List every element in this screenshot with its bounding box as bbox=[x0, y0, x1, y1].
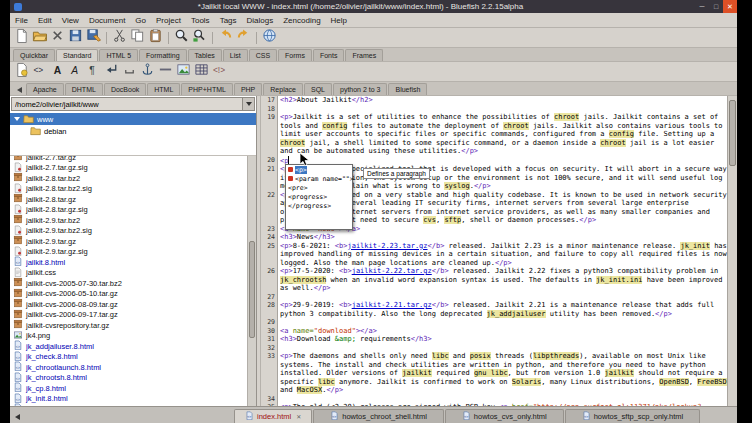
snippets-tab-apache[interactable]: Apache bbox=[26, 83, 64, 95]
redo-button[interactable] bbox=[235, 29, 252, 46]
qb-break-button[interactable] bbox=[103, 63, 120, 80]
file-item[interactable]: <>jk_init.8.html bbox=[10, 394, 247, 405]
html-toolbar-tab-quickbar[interactable]: Quickbar bbox=[13, 49, 55, 61]
file-item[interactable]: <>jk_addjailuser.8.html bbox=[10, 341, 247, 352]
file-item[interactable]: jailkit.css bbox=[10, 268, 247, 279]
code-line[interactable]: 32 bbox=[261, 344, 727, 353]
menu-go[interactable]: Go bbox=[130, 13, 151, 27]
file-item[interactable]: <>jk_check.8.html bbox=[10, 352, 247, 363]
html-toolbar-tab-css[interactable]: CSS bbox=[249, 49, 277, 61]
editor[interactable]: 17<h2>About Jailkit</h2>1819<p>Jailkit i… bbox=[261, 96, 737, 406]
paste-button[interactable] bbox=[147, 29, 164, 46]
scroll-left-icon[interactable] bbox=[14, 87, 22, 93]
snippets-tab-php+html[interactable]: PHP+HTML bbox=[181, 83, 233, 95]
html-toolbar-tab-fonts[interactable]: Fonts bbox=[313, 49, 345, 61]
menu-help[interactable]: Help bbox=[326, 13, 352, 27]
undo-button[interactable] bbox=[217, 29, 234, 46]
snippets-tab-dhtml[interactable]: DHTML bbox=[65, 83, 103, 95]
code-line[interactable]: 28<p>29-9-2019: <b>jailkit-2.21.tar.gz</… bbox=[261, 301, 727, 318]
autocomplete-item[interactable]: <pre> bbox=[286, 183, 352, 192]
menu-file[interactable]: File bbox=[10, 13, 33, 27]
file-item[interactable]: jailkit-2.8.tar.bz2.sig bbox=[10, 184, 247, 195]
file-item[interactable]: jailkit-cvs-2006-08-09.tar.gz bbox=[10, 299, 247, 310]
menu-document[interactable]: Document bbox=[84, 13, 130, 27]
snippets-tab-sql[interactable]: SQL bbox=[304, 83, 332, 95]
editor-scrollbar[interactable] bbox=[727, 96, 737, 406]
minimize-button[interactable]: ─ bbox=[695, 0, 709, 13]
tree-item-debian[interactable]: debian bbox=[10, 125, 256, 137]
find-button[interactable] bbox=[173, 29, 190, 46]
menu-tools[interactable]: Tools bbox=[186, 13, 215, 27]
code-line[interactable]: 31<h3>Download &amp; requirements</h3> bbox=[261, 335, 727, 344]
maximize-button[interactable]: □ bbox=[709, 0, 723, 13]
doc-tab-howtos_cvs_only.html[interactable]: <>howtos_cvs_only.html bbox=[445, 409, 564, 423]
html-toolbar-tab-frames[interactable]: Frames bbox=[345, 49, 383, 61]
snippets-tab-html[interactable]: HTML bbox=[147, 83, 180, 95]
qb-comment-button[interactable]: <!> bbox=[211, 63, 228, 80]
qb-paragraph-button[interactable]: ¶ bbox=[85, 63, 102, 80]
file-item[interactable]: jailkit-cvs-2005-07-30.tar.bz2 bbox=[10, 278, 247, 289]
copy-button[interactable] bbox=[129, 29, 146, 46]
file-item[interactable]: jailkit-cvsrepository.tar.gz bbox=[10, 320, 247, 331]
code-line[interactable]: 24<h3>News</h3> bbox=[261, 233, 727, 242]
qb-table-button[interactable] bbox=[193, 63, 210, 80]
file-item[interactable]: jailkit-2.7.tar.gz.sig bbox=[10, 163, 247, 174]
code-line[interactable]: 18 bbox=[261, 105, 727, 114]
qb-image-button[interactable] bbox=[175, 63, 192, 80]
html-toolbar-tab-forms[interactable]: Forms bbox=[278, 49, 312, 61]
cut-button[interactable] bbox=[111, 29, 128, 46]
file-item[interactable]: jailkit-2.8.tar.gz bbox=[10, 194, 247, 205]
autocomplete-item[interactable]: </progress> bbox=[286, 201, 352, 210]
file-list-scrollbar[interactable] bbox=[247, 156, 256, 406]
html-toolbar-tab-tables[interactable]: Tables bbox=[188, 49, 222, 61]
file-item[interactable]: jailkit-2.8.tar.gz.sig bbox=[10, 205, 247, 216]
snippets-tab-docbook[interactable]: DocBook bbox=[104, 83, 146, 95]
new-button[interactable] bbox=[13, 29, 30, 46]
doc-tab-howtos_chroot_shell.html[interactable]: <>howtos_chroot_shell.html bbox=[313, 409, 444, 423]
snippets-tab-php[interactable]: PHP bbox=[234, 83, 262, 95]
file-item[interactable]: <>jk_chrootsh.8.html bbox=[10, 373, 247, 384]
combo-dropdown-icon[interactable] bbox=[242, 98, 254, 110]
qb-bold-button[interactable]: A bbox=[49, 63, 66, 80]
html-toolbar-tab-formatting[interactable]: Formatting bbox=[139, 49, 186, 61]
code-line[interactable]: 35<p>The old (<2.20) releases are signed… bbox=[261, 403, 727, 406]
qb-italic-button[interactable]: A bbox=[67, 63, 84, 80]
replace-button[interactable] bbox=[191, 29, 208, 46]
autocomplete-item[interactable]: <progress> bbox=[286, 192, 352, 201]
file-item[interactable]: <>jk_cp.8.html bbox=[10, 383, 247, 394]
snippets-tab-replace[interactable]: Replace bbox=[263, 83, 303, 95]
editor-scrollbar-thumb[interactable] bbox=[729, 100, 736, 166]
code-line[interactable]: 30<a name="download"></a> bbox=[261, 327, 727, 336]
code-line[interactable]: 27 bbox=[261, 293, 727, 302]
menu-view[interactable]: View bbox=[57, 13, 84, 27]
file-item[interactable]: jailkit-2.7.tar.gz bbox=[10, 155, 247, 163]
tabs-scroll-left-icon[interactable] bbox=[10, 410, 22, 423]
code-line[interactable]: 19<p>Jailkit is a set of utilities to en… bbox=[261, 113, 727, 156]
snippets-tab-python-2-to-3[interactable]: python 2 to 3 bbox=[333, 83, 387, 95]
code-area[interactable]: 17<h2>About Jailkit</h2>1819<p>Jailkit i… bbox=[261, 96, 727, 406]
code-line[interactable]: 34 bbox=[261, 395, 727, 404]
qb-body-button[interactable]: <> bbox=[31, 63, 48, 80]
code-line[interactable]: 17<h2>About Jailkit</h2> bbox=[261, 96, 727, 105]
menu-dialogs[interactable]: Dialogs bbox=[242, 13, 279, 27]
doc-tab-index.html[interactable]: <>index.html✕ bbox=[234, 409, 312, 423]
menu-project[interactable]: Project bbox=[151, 13, 186, 27]
expander-icon[interactable] bbox=[14, 117, 20, 124]
menu-tags[interactable]: Tags bbox=[215, 13, 242, 27]
code-line[interactable]: 29 bbox=[261, 318, 727, 327]
file-item[interactable]: <>jk_chrootlaunch.8.html bbox=[10, 362, 247, 373]
file-item[interactable]: jailkit-cvs-2006-09-17.tar.gz bbox=[10, 310, 247, 321]
qb-quickstart-button[interactable] bbox=[13, 63, 30, 80]
open-button[interactable] bbox=[31, 29, 48, 46]
preview-button[interactable] bbox=[261, 29, 278, 46]
qb-rule-button[interactable] bbox=[157, 63, 174, 80]
code-line[interactable]: 25<p>8-6-2021: <b>jailkit-2.23.tar.gz</b… bbox=[261, 242, 727, 268]
directory-combo[interactable]: /home2/olivier/jailkit/www bbox=[11, 97, 255, 111]
file-item[interactable]: jailkit-2.9.tar.bz2.sig bbox=[10, 226, 247, 237]
tab-close-icon[interactable]: ✕ bbox=[296, 413, 301, 420]
doc-tab-howtos_sftp_scp_only.html[interactable]: <>howtos_sftp_scp_only.html bbox=[565, 409, 701, 423]
autocomplete-item[interactable]: <param name=""> bbox=[286, 174, 352, 183]
menu-zencoding[interactable]: Zencoding bbox=[278, 13, 325, 27]
close-button[interactable] bbox=[49, 29, 66, 46]
file-item[interactable]: <>jailkit.8.html bbox=[10, 257, 247, 268]
